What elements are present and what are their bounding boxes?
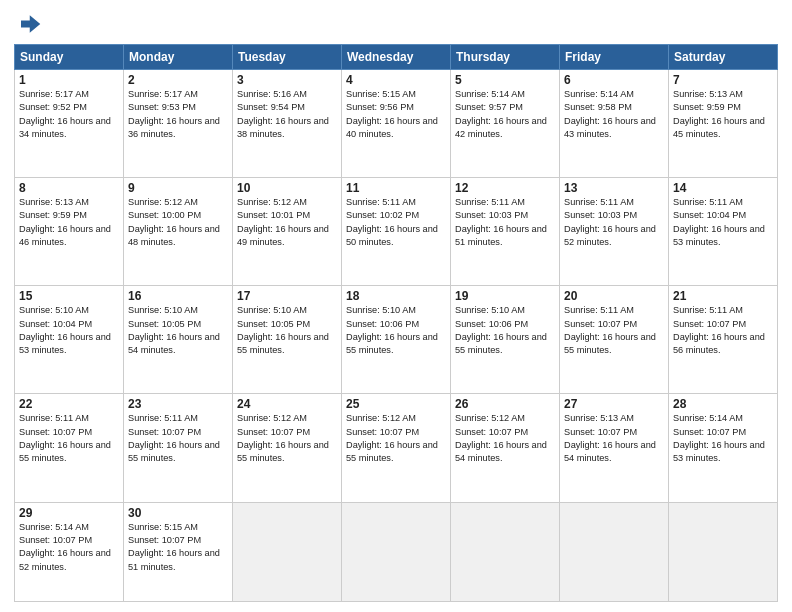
day-info: Sunrise: 5:13 AMSunset: 9:59 PMDaylight:… [673, 88, 773, 141]
day-info: Sunrise: 5:14 AMSunset: 9:58 PMDaylight:… [564, 88, 664, 141]
day-info: Sunrise: 5:15 AMSunset: 9:56 PMDaylight:… [346, 88, 446, 141]
calendar-day-cell: 12Sunrise: 5:11 AMSunset: 10:03 PMDaylig… [451, 178, 560, 286]
calendar-week-row: 8Sunrise: 5:13 AMSunset: 9:59 PMDaylight… [15, 178, 778, 286]
day-info: Sunrise: 5:14 AMSunset: 9:57 PMDaylight:… [455, 88, 555, 141]
day-number: 22 [19, 397, 119, 411]
day-info: Sunrise: 5:11 AMSunset: 10:07 PMDaylight… [19, 412, 119, 465]
calendar-day-cell: 1Sunrise: 5:17 AMSunset: 9:52 PMDaylight… [15, 70, 124, 178]
weekday-header: Wednesday [342, 45, 451, 70]
calendar-day-cell: 28Sunrise: 5:14 AMSunset: 10:07 PMDaylig… [669, 394, 778, 502]
day-number: 27 [564, 397, 664, 411]
calendar-week-row: 29Sunrise: 5:14 AMSunset: 10:07 PMDaylig… [15, 502, 778, 601]
day-number: 28 [673, 397, 773, 411]
day-info: Sunrise: 5:12 AMSunset: 10:07 PMDaylight… [237, 412, 337, 465]
day-number: 8 [19, 181, 119, 195]
day-number: 23 [128, 397, 228, 411]
calendar-day-cell: 7Sunrise: 5:13 AMSunset: 9:59 PMDaylight… [669, 70, 778, 178]
weekday-header: Friday [560, 45, 669, 70]
day-number: 20 [564, 289, 664, 303]
day-info: Sunrise: 5:16 AMSunset: 9:54 PMDaylight:… [237, 88, 337, 141]
day-info: Sunrise: 5:11 AMSunset: 10:04 PMDaylight… [673, 196, 773, 249]
calendar-day-cell: 30Sunrise: 5:15 AMSunset: 10:07 PMDaylig… [124, 502, 233, 601]
day-number: 4 [346, 73, 446, 87]
day-info: Sunrise: 5:13 AMSunset: 10:07 PMDaylight… [564, 412, 664, 465]
calendar-day-cell: 20Sunrise: 5:11 AMSunset: 10:07 PMDaylig… [560, 286, 669, 394]
weekday-header: Monday [124, 45, 233, 70]
calendar-day-cell [451, 502, 560, 601]
logo-icon [14, 10, 42, 38]
day-number: 10 [237, 181, 337, 195]
calendar-day-cell: 13Sunrise: 5:11 AMSunset: 10:03 PMDaylig… [560, 178, 669, 286]
day-number: 30 [128, 506, 228, 520]
day-number: 21 [673, 289, 773, 303]
calendar-day-cell: 19Sunrise: 5:10 AMSunset: 10:06 PMDaylig… [451, 286, 560, 394]
day-number: 18 [346, 289, 446, 303]
day-number: 7 [673, 73, 773, 87]
day-number: 3 [237, 73, 337, 87]
day-number: 17 [237, 289, 337, 303]
calendar-day-cell [342, 502, 451, 601]
day-number: 16 [128, 289, 228, 303]
day-info: Sunrise: 5:12 AMSunset: 10:01 PMDaylight… [237, 196, 337, 249]
day-info: Sunrise: 5:10 AMSunset: 10:05 PMDaylight… [237, 304, 337, 357]
calendar-week-row: 1Sunrise: 5:17 AMSunset: 9:52 PMDaylight… [15, 70, 778, 178]
calendar-day-cell: 17Sunrise: 5:10 AMSunset: 10:05 PMDaylig… [233, 286, 342, 394]
day-number: 29 [19, 506, 119, 520]
day-info: Sunrise: 5:17 AMSunset: 9:53 PMDaylight:… [128, 88, 228, 141]
header [14, 10, 778, 38]
day-number: 13 [564, 181, 664, 195]
day-number: 25 [346, 397, 446, 411]
calendar-week-row: 15Sunrise: 5:10 AMSunset: 10:04 PMDaylig… [15, 286, 778, 394]
day-info: Sunrise: 5:15 AMSunset: 10:07 PMDaylight… [128, 521, 228, 574]
day-number: 14 [673, 181, 773, 195]
calendar-day-cell: 14Sunrise: 5:11 AMSunset: 10:04 PMDaylig… [669, 178, 778, 286]
day-number: 19 [455, 289, 555, 303]
day-info: Sunrise: 5:11 AMSunset: 10:02 PMDaylight… [346, 196, 446, 249]
page: SundayMondayTuesdayWednesdayThursdayFrid… [0, 0, 792, 612]
weekday-header: Tuesday [233, 45, 342, 70]
calendar-day-cell: 18Sunrise: 5:10 AMSunset: 10:06 PMDaylig… [342, 286, 451, 394]
day-info: Sunrise: 5:10 AMSunset: 10:04 PMDaylight… [19, 304, 119, 357]
day-info: Sunrise: 5:17 AMSunset: 9:52 PMDaylight:… [19, 88, 119, 141]
day-info: Sunrise: 5:10 AMSunset: 10:05 PMDaylight… [128, 304, 228, 357]
calendar-day-cell: 26Sunrise: 5:12 AMSunset: 10:07 PMDaylig… [451, 394, 560, 502]
calendar-day-cell: 23Sunrise: 5:11 AMSunset: 10:07 PMDaylig… [124, 394, 233, 502]
calendar-day-cell: 9Sunrise: 5:12 AMSunset: 10:00 PMDayligh… [124, 178, 233, 286]
day-info: Sunrise: 5:11 AMSunset: 10:07 PMDaylight… [128, 412, 228, 465]
weekday-header-row: SundayMondayTuesdayWednesdayThursdayFrid… [15, 45, 778, 70]
day-number: 5 [455, 73, 555, 87]
calendar-day-cell: 2Sunrise: 5:17 AMSunset: 9:53 PMDaylight… [124, 70, 233, 178]
day-number: 6 [564, 73, 664, 87]
calendar-day-cell: 3Sunrise: 5:16 AMSunset: 9:54 PMDaylight… [233, 70, 342, 178]
day-info: Sunrise: 5:10 AMSunset: 10:06 PMDaylight… [455, 304, 555, 357]
day-info: Sunrise: 5:11 AMSunset: 10:07 PMDaylight… [673, 304, 773, 357]
day-info: Sunrise: 5:11 AMSunset: 10:03 PMDaylight… [564, 196, 664, 249]
calendar-day-cell: 29Sunrise: 5:14 AMSunset: 10:07 PMDaylig… [15, 502, 124, 601]
calendar-day-cell: 16Sunrise: 5:10 AMSunset: 10:05 PMDaylig… [124, 286, 233, 394]
day-number: 9 [128, 181, 228, 195]
weekday-header: Sunday [15, 45, 124, 70]
calendar-day-cell: 22Sunrise: 5:11 AMSunset: 10:07 PMDaylig… [15, 394, 124, 502]
calendar-day-cell [669, 502, 778, 601]
calendar-day-cell: 10Sunrise: 5:12 AMSunset: 10:01 PMDaylig… [233, 178, 342, 286]
day-number: 2 [128, 73, 228, 87]
day-info: Sunrise: 5:12 AMSunset: 10:07 PMDaylight… [346, 412, 446, 465]
day-info: Sunrise: 5:14 AMSunset: 10:07 PMDaylight… [673, 412, 773, 465]
calendar-day-cell: 8Sunrise: 5:13 AMSunset: 9:59 PMDaylight… [15, 178, 124, 286]
calendar-day-cell: 5Sunrise: 5:14 AMSunset: 9:57 PMDaylight… [451, 70, 560, 178]
day-number: 1 [19, 73, 119, 87]
calendar-day-cell: 21Sunrise: 5:11 AMSunset: 10:07 PMDaylig… [669, 286, 778, 394]
day-info: Sunrise: 5:11 AMSunset: 10:07 PMDaylight… [564, 304, 664, 357]
day-number: 12 [455, 181, 555, 195]
day-number: 26 [455, 397, 555, 411]
calendar-day-cell: 24Sunrise: 5:12 AMSunset: 10:07 PMDaylig… [233, 394, 342, 502]
day-info: Sunrise: 5:13 AMSunset: 9:59 PMDaylight:… [19, 196, 119, 249]
day-info: Sunrise: 5:14 AMSunset: 10:07 PMDaylight… [19, 521, 119, 574]
day-info: Sunrise: 5:11 AMSunset: 10:03 PMDaylight… [455, 196, 555, 249]
day-number: 24 [237, 397, 337, 411]
calendar-day-cell: 11Sunrise: 5:11 AMSunset: 10:02 PMDaylig… [342, 178, 451, 286]
calendar-day-cell [560, 502, 669, 601]
weekday-header: Saturday [669, 45, 778, 70]
calendar-day-cell [233, 502, 342, 601]
weekday-header: Thursday [451, 45, 560, 70]
